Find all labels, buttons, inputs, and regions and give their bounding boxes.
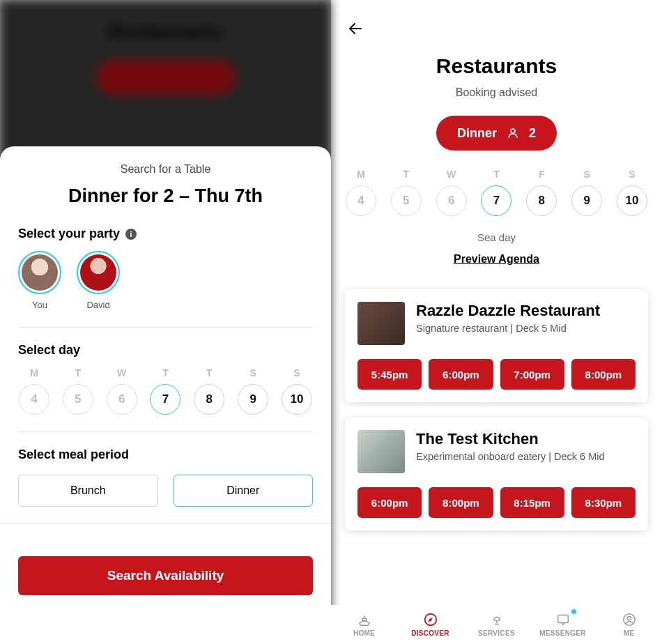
party-member-david[interactable]: David [77, 251, 120, 310]
card-header: Razzle Dazzle RestaurantSignature restau… [357, 302, 636, 345]
time-slot[interactable]: 5:45pm [357, 359, 422, 390]
day-letter: F [539, 169, 545, 180]
day-option[interactable]: S10 [616, 169, 648, 216]
day-number: 7 [150, 384, 180, 415]
day-letter: M [357, 169, 365, 180]
day-letter: S [293, 367, 300, 378]
day-number: 9 [571, 185, 602, 216]
avatar-ring [18, 251, 61, 294]
preview-agenda-link[interactable]: Preview Agenda [345, 253, 648, 266]
arrow-left-icon [347, 20, 364, 37]
day-number: 9 [238, 384, 268, 415]
restaurant-card[interactable]: Razzle Dazzle RestaurantSignature restau… [345, 289, 648, 402]
day-option[interactable]: M4 [345, 169, 377, 216]
meal-party-pill[interactable]: Dinner 2 [436, 116, 557, 151]
ship-icon [357, 612, 372, 627]
nav-label: HOME [353, 629, 375, 637]
svg-rect-2 [557, 615, 568, 623]
day-letter: S [583, 169, 590, 180]
pill-meal: Dinner [457, 126, 497, 141]
chat-icon [555, 612, 571, 627]
time-slot[interactable]: 6:00pm [357, 487, 422, 518]
time-slot[interactable]: 8:00pm [571, 359, 636, 390]
time-slot[interactable]: 8:30pm [571, 487, 636, 518]
lamp-icon [489, 612, 505, 627]
party-member-you[interactable]: You [18, 251, 61, 310]
restaurant-name: Razzle Dazzle Restaurant [416, 302, 600, 320]
avatar [22, 254, 58, 291]
time-slot[interactable]: 8:15pm [500, 487, 564, 518]
day-letter: T [493, 169, 500, 180]
day-option[interactable]: T7 [480, 169, 512, 216]
time-slot[interactable]: 8:00pm [429, 487, 493, 518]
bottom-nav: HOMEDISCOVERSERVICESMESSENGERME [331, 605, 662, 644]
day-number: 5 [391, 185, 422, 216]
time-slot-row: 6:00pm8:00pm8:15pm8:30pm [357, 487, 636, 518]
day-letter: T [206, 367, 213, 378]
time-slot[interactable]: 6:00pm [429, 359, 493, 390]
restaurants-pane: Restaurants Booking advised Dinner 2 M4T… [331, 0, 662, 644]
meal-period-dinner[interactable]: Dinner [174, 475, 314, 507]
search-label: Search Availability [107, 568, 224, 583]
select-party-label: Select your party i [18, 227, 313, 241]
restaurant-thumb [357, 430, 405, 473]
restaurant-list: Razzle Dazzle RestaurantSignature restau… [345, 289, 648, 530]
nav-me[interactable]: ME [596, 605, 662, 644]
day-letter: S [249, 367, 256, 378]
meal-period-brunch[interactable]: Brunch [18, 475, 158, 507]
avatar [80, 254, 116, 291]
select-party-text: Select your party [18, 227, 120, 241]
day-letter: W [117, 367, 126, 378]
svg-point-0 [511, 129, 515, 133]
day-number: 8 [194, 384, 224, 415]
nav-discover[interactable]: DISCOVER [397, 605, 463, 644]
nav-services[interactable]: SERVICES [463, 605, 530, 644]
nav-label: ME [624, 629, 635, 637]
svg-point-4 [627, 616, 631, 620]
time-slot[interactable]: 7:00pm [500, 359, 564, 390]
divider [18, 327, 313, 328]
nav-messenger[interactable]: MESSENGER [530, 605, 596, 644]
party-name: You [32, 300, 47, 310]
back-button[interactable] [345, 18, 366, 39]
avatar-ring [77, 251, 120, 294]
restaurant-card[interactable]: The Test KitchenExperimental onboard eat… [345, 417, 648, 530]
day-option[interactable]: T8 [193, 367, 225, 415]
day-option[interactable]: T5 [62, 367, 94, 415]
day-number: 10 [617, 185, 647, 216]
day-option[interactable]: F8 [525, 169, 557, 216]
select-meal-label: Select meal period [18, 447, 313, 462]
day-number: 6 [107, 384, 137, 415]
day-strip: M4T5W6T7F8S9S10 [345, 169, 648, 216]
divider [0, 523, 331, 524]
day-option[interactable]: S9 [571, 169, 603, 216]
info-icon[interactable]: i [125, 229, 137, 240]
day-number: 10 [282, 384, 312, 415]
page-subtitle: Booking advised [345, 86, 648, 99]
page-title: Restaurants [345, 54, 648, 78]
day-option[interactable]: W6 [436, 169, 468, 216]
day-option[interactable]: T5 [390, 169, 422, 216]
day-option[interactable]: T7 [149, 367, 181, 415]
party-row: You David [18, 251, 313, 310]
time-slot-row: 5:45pm6:00pm7:00pm8:00pm [357, 359, 636, 390]
person-icon [507, 127, 519, 139]
day-option[interactable]: W6 [106, 367, 138, 415]
restaurant-meta: Experimental onboard eatery | Deck 6 Mid [416, 451, 605, 462]
restaurant-thumb [357, 302, 405, 345]
search-availability-button[interactable]: Search Availability [18, 556, 313, 595]
nav-label: DISCOVER [411, 629, 449, 637]
divider [18, 431, 313, 432]
day-number: 6 [436, 185, 467, 216]
nav-label: SERVICES [478, 629, 515, 637]
sheet-title: Dinner for 2 – Thu 7th [18, 185, 313, 207]
notification-dot [571, 609, 576, 614]
day-option[interactable]: M4 [18, 367, 50, 415]
party-name: David [86, 300, 109, 310]
day-number: 4 [346, 185, 376, 216]
day-option[interactable]: S9 [237, 367, 269, 415]
search-sheet-pane: Restaurants Search for a Table Dinner fo… [0, 0, 331, 644]
nav-home[interactable]: HOME [331, 605, 397, 644]
day-number: 5 [63, 384, 93, 415]
day-option[interactable]: S10 [281, 367, 313, 415]
